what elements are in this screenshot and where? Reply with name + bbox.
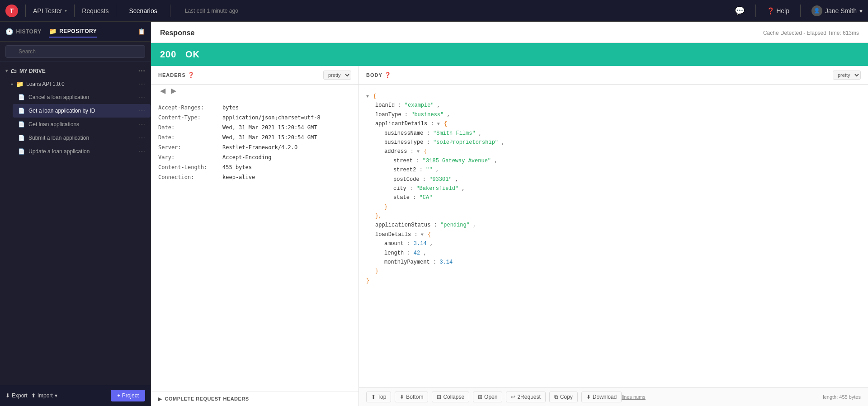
json-val-postcode: "93301" (429, 176, 452, 183)
json-val-street2: "" (426, 167, 432, 173)
header-row-3: Date: Wed, 31 Mar 2021 15:20:54 GMT (158, 132, 351, 142)
body-panel-header: BODY ❓ pretty raw (359, 66, 868, 85)
download-button[interactable]: ⬇ Download (581, 392, 622, 402)
header-row-0: Accept-Ranges: bytes (158, 103, 351, 113)
import-button[interactable]: ⬆ Import ▾ (31, 392, 57, 399)
help-button[interactable]: ❓ Help (767, 7, 789, 14)
divider4 (170, 5, 170, 17)
api-item-update[interactable]: 📄 Update a loan application ⋯ (13, 145, 151, 158)
project-button[interactable]: + Project (111, 390, 145, 401)
collapse-icon-applicant[interactable]: ▼ (437, 122, 440, 127)
headers-nav-prev[interactable]: ◀ (158, 86, 167, 95)
json-brace-root: { (373, 93, 376, 99)
header-val-6: 455 bytes (222, 164, 252, 170)
json-line-postcode: postCode : "93301" , (366, 175, 861, 184)
header-key-1: Content-Type: (158, 114, 217, 121)
status-code-number: 200 (160, 49, 176, 59)
collapse-icon-loandetails[interactable]: ▼ (421, 232, 424, 237)
app-name-button[interactable]: API Tester ▾ (33, 7, 67, 14)
header-val-1: application/json;charset=utf-8 (222, 114, 321, 121)
collapse-button[interactable]: ⊟ Collapse (432, 392, 469, 402)
complete-req-arrow-icon: ▶ (158, 397, 162, 401)
open-button[interactable]: ⊞ Open (473, 392, 502, 402)
json-colon-loanid: : (398, 102, 404, 109)
repository-icon: 📁 (49, 28, 57, 35)
export-label: Export (12, 392, 28, 399)
complete-request-button[interactable]: ▶ COMPLETE REQUEST HEADERS (158, 396, 351, 401)
headers-help-icon[interactable]: ❓ (188, 72, 195, 78)
2request-button[interactable]: ↩ 2Request (506, 392, 545, 402)
json-brace-applicant: { (444, 121, 447, 127)
header-val-4: Restlet-Framework/4.2.0 (222, 144, 297, 151)
json-val-state: "CA" (420, 194, 433, 201)
headers-panel-title: HEADERS ❓ (158, 72, 195, 78)
api-item-more-4[interactable]: ⋯ (139, 148, 145, 155)
api-items-list: 📄 Cancel a loan application ⋯ 📄 Get a lo… (13, 90, 151, 158)
api-item-cancel[interactable]: 📄 Cancel a loan application ⋯ (13, 90, 151, 104)
sidebar-search-container: 🔍 (0, 42, 151, 62)
header-row-4: Server: Restlet-Framework/4.2.0 (158, 142, 351, 152)
api-item-get-all[interactable]: 📄 Get loan applications ⋯ (13, 118, 151, 131)
divider1 (25, 5, 26, 17)
api-item-more-1[interactable]: ⋯ (139, 107, 145, 114)
headers-format-select-wrap: pretty raw (323, 71, 351, 80)
collapse-icon-address[interactable]: ▼ (417, 149, 420, 154)
api-item-more-0[interactable]: ⋯ (139, 94, 145, 101)
api-item-more-2[interactable]: ⋯ (139, 121, 145, 128)
chat-icon[interactable]: 💬 (735, 6, 745, 16)
headers-title-label: HEADERS (158, 72, 186, 78)
json-val-amount: 3.14 (414, 241, 427, 247)
import-icon: ⬆ (31, 392, 36, 399)
api-item-get-by-id[interactable]: 📄 Get a loan application by ID ⋯ (13, 104, 151, 118)
help-label: Help (776, 7, 789, 14)
sidebar-tab-history[interactable]: 🕐 HISTORY (5, 26, 42, 37)
body-help-icon[interactable]: ❓ (384, 72, 392, 78)
export-button[interactable]: ⬇ Export (5, 392, 28, 399)
search-wrap: 🔍 (5, 45, 145, 58)
json-brace-loandetails: { (428, 231, 431, 238)
headers-format-select[interactable]: pretty raw (323, 71, 351, 80)
json-key-applicantdetails: applicantDetails (375, 121, 427, 127)
api-group-more-icon[interactable]: ⋯ (139, 80, 145, 88)
my-drive-header[interactable]: ▾ 🗂 MY DRIVE ⋯ (0, 62, 151, 78)
user-menu-button[interactable]: 👤 Jane Smith ▾ (811, 5, 863, 16)
header-val-7: keep-alive (222, 174, 255, 180)
drive-more-icon[interactable]: ⋯ (138, 66, 145, 75)
body-format-select[interactable]: pretty raw (833, 71, 861, 80)
api-group-name: Loans API 1.0.0 (26, 81, 65, 87)
collapse-label: Collapse (443, 394, 464, 400)
open-icon: ⊞ (478, 394, 482, 400)
response-header: Response Cache Detected - Elapsed Time: … (151, 22, 868, 43)
sidebar-bottom: ⬇ Export ⬆ Import ▾ + Project (0, 385, 151, 406)
top-button[interactable]: ⬆ Top (366, 392, 391, 402)
api-item-submit[interactable]: 📄 Submit a loan application ⋯ (13, 131, 151, 145)
scenarios-tab[interactable]: Scenarios (123, 7, 162, 14)
headers-table: Accept-Ranges: bytes Content-Type: appli… (151, 97, 359, 391)
content-area: Response Cache Detected - Elapsed Time: … (151, 22, 868, 406)
header-val-3: Wed, 31 Mar 2021 15:20:54 GMT (222, 134, 317, 141)
open-label: Open (484, 394, 497, 400)
json-val-monthlypayment: 3.14 (439, 259, 453, 265)
json-key-monthlypayment: monthlyPayment (384, 259, 430, 265)
copy-button[interactable]: ⧉ Copy (549, 392, 578, 402)
api-item-more-3[interactable]: ⋯ (139, 134, 145, 142)
download-icon: ⬇ (586, 394, 591, 400)
header-key-3: Date: (158, 134, 217, 141)
api-group-loans: ▾ 📁 Loans API 1.0.0 ⋯ 📄 Cancel a loan ap… (5, 78, 151, 158)
bottom-button[interactable]: ⬇ Bottom (395, 392, 428, 402)
lines-nums-button[interactable]: lines nums (622, 394, 646, 400)
api-item-doc-icon-0: 📄 (18, 94, 25, 100)
api-item-label-0: Cancel a loan application (28, 94, 89, 100)
sidebar-tab-repository[interactable]: 📁 REPOSITORY (49, 26, 97, 38)
api-group-loans-header[interactable]: ▾ 📁 Loans API 1.0.0 ⋯ (5, 78, 151, 90)
api-item-doc-icon-4: 📄 (18, 148, 25, 155)
header-val-0: bytes (222, 104, 239, 111)
headers-nav-next[interactable]: ▶ (169, 86, 178, 95)
json-key-length: length (384, 250, 404, 256)
sidebar-extra-icon[interactable]: 📋 (138, 28, 145, 35)
json-line-loandetails-close: } (366, 267, 861, 276)
response-title: Response (160, 29, 194, 37)
collapse-icon-root[interactable]: ▼ (366, 94, 369, 99)
search-input[interactable] (5, 45, 145, 58)
json-line-businesstype: businessType : "soleProprietorship" , (366, 138, 861, 147)
